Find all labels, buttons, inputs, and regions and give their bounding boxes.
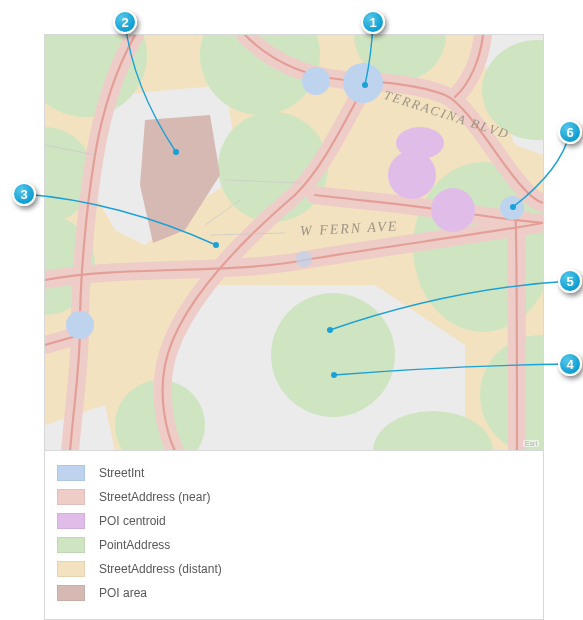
svg-point-3: [271, 293, 395, 417]
callout-marker-4[interactable]: 4: [558, 352, 582, 376]
svg-point-15: [66, 311, 94, 339]
legend-swatch-poi-area: [57, 585, 85, 601]
legend-swatch-poi-centroid: [57, 513, 85, 529]
callout-marker-6[interactable]: 6: [558, 120, 582, 144]
legend-row: StreetAddress (near): [57, 485, 531, 509]
legend-row: POI area: [57, 581, 531, 605]
svg-point-16: [500, 196, 524, 220]
legend-swatch-streetaddress-near: [57, 489, 85, 505]
legend-label: StreetAddress (distant): [99, 562, 222, 576]
map-canvas[interactable]: W FERN AVE TERRACINA BLVD Esri: [45, 35, 543, 451]
map-svg: [45, 35, 543, 451]
legend-row: POI centroid: [57, 509, 531, 533]
callout-marker-2[interactable]: 2: [113, 10, 137, 34]
svg-point-13: [343, 63, 383, 103]
svg-point-18: [388, 151, 436, 199]
callout-marker-5[interactable]: 5: [558, 269, 582, 293]
legend-label: POI centroid: [99, 514, 166, 528]
svg-point-17: [296, 251, 312, 267]
legend-row: PointAddress: [57, 533, 531, 557]
callout-marker-1[interactable]: 1: [361, 10, 385, 34]
svg-point-14: [302, 67, 330, 95]
legend-row: StreetAddress (distant): [57, 557, 531, 581]
callout-marker-3[interactable]: 3: [12, 182, 36, 206]
legend-label: POI area: [99, 586, 147, 600]
svg-point-20: [396, 127, 444, 159]
legend: StreetInt StreetAddress (near) POI centr…: [45, 451, 543, 615]
legend-swatch-streetaddress-distant: [57, 561, 85, 577]
svg-point-19: [431, 188, 475, 232]
legend-label: PointAddress: [99, 538, 170, 552]
figure-container: W FERN AVE TERRACINA BLVD Esri StreetInt…: [44, 34, 544, 620]
legend-swatch-pointaddress: [57, 537, 85, 553]
map-attribution: Esri: [523, 440, 539, 447]
legend-swatch-streetint: [57, 465, 85, 481]
legend-label: StreetAddress (near): [99, 490, 210, 504]
legend-row: StreetInt: [57, 461, 531, 485]
legend-label: StreetInt: [99, 466, 144, 480]
